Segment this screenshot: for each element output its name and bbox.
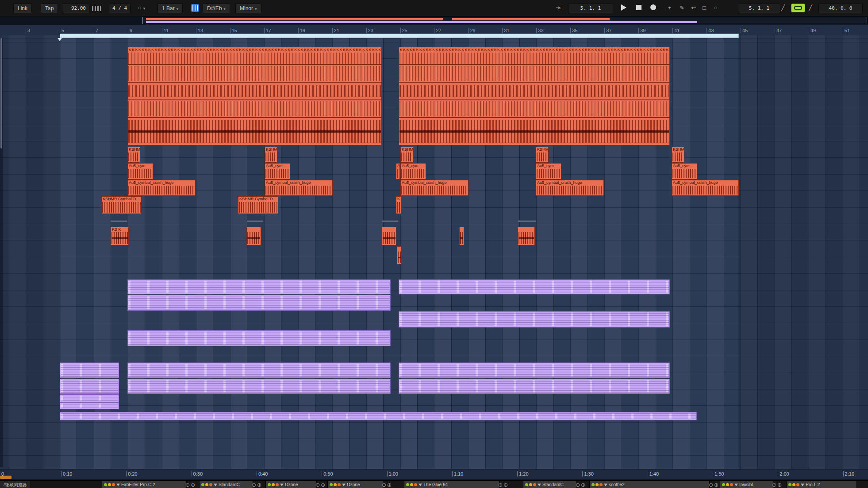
device-map-buttons[interactable]: ⊙⊕ [185, 481, 196, 488]
device-led[interactable] [533, 483, 536, 486]
metronome-button[interactable]: ○▾ [138, 4, 145, 12]
capture-midi-button[interactable]: □ [703, 4, 706, 12]
clip[interactable]: KSHMR Cymbal Tr [101, 196, 142, 214]
device-map-buttons[interactable]: ⊙⊕ [498, 481, 509, 488]
loop-brace[interactable] [60, 34, 739, 38]
tempo-field[interactable]: 92.00 [62, 4, 89, 13]
device-map-buttons[interactable]: ⊙⊕ [772, 481, 783, 488]
clip[interactable] [127, 65, 382, 82]
device-activator-led[interactable] [330, 483, 333, 486]
clip[interactable]: Au5_cym [127, 163, 153, 179]
device-map-buttons[interactable]: ⊙⊕ [315, 481, 326, 488]
clip[interactable]: A [396, 163, 400, 179]
clip[interactable] [399, 82, 670, 100]
device-activator-led[interactable] [722, 483, 725, 486]
clip[interactable] [399, 65, 670, 82]
nudge-buttons[interactable] [92, 4, 103, 12]
device-fold-icon[interactable] [214, 484, 217, 486]
clip[interactable] [399, 279, 670, 294]
device-led[interactable] [796, 483, 799, 486]
device-led[interactable] [410, 483, 413, 486]
device-activator-led[interactable] [268, 483, 271, 486]
clip[interactable] [127, 362, 391, 378]
play-button[interactable] [621, 3, 626, 12]
clip[interactable]: KSHMR Cymbal Tr [238, 196, 278, 214]
clip[interactable] [127, 82, 382, 100]
device-title-bar[interactable]: FabFilter Pro-C 2 [102, 481, 187, 488]
clip[interactable] [246, 227, 261, 245]
device-fold-icon[interactable] [116, 484, 120, 486]
device-title-bar[interactable]: Ozone [327, 481, 383, 488]
clip[interactable] [399, 362, 670, 378]
record-button[interactable] [650, 3, 656, 12]
clip[interactable] [518, 227, 535, 245]
quantize-menu[interactable]: 1 Bar▾ [157, 4, 183, 13]
clip[interactable]: Au5_cymbal_crash_huge [672, 180, 739, 196]
punch-in-button[interactable]: ╱ [781, 4, 785, 12]
clip[interactable] [127, 118, 382, 145]
clip[interactable]: Au5_cym [265, 163, 290, 179]
clip[interactable]: KKKKKKKKKKKKKKKKKKKKKKKKKKKKKKKKKKKKKKKK… [127, 47, 382, 65]
device-activator-led[interactable] [201, 483, 204, 486]
clip[interactable] [518, 220, 536, 222]
device-map-buttons[interactable]: ⊙⊕ [382, 481, 392, 488]
clip[interactable]: Au5_cymbal_crash_huge [536, 180, 604, 196]
clip[interactable] [397, 246, 402, 264]
overdub-button[interactable]: + [668, 4, 672, 12]
scale-root-menu[interactable]: D#/Eb▾ [203, 4, 230, 13]
clip[interactable]: Au5_cymbal_crash_huge [127, 180, 196, 196]
insert-marker[interactable] [58, 38, 62, 41]
device-led[interactable] [599, 483, 603, 486]
time-ruler[interactable]: 0 0:100:200:300:400:501:001:101:201:301:… [0, 469, 868, 479]
clip[interactable]: Au5_cym [536, 163, 561, 179]
device-fold-icon[interactable] [342, 484, 346, 486]
device-led[interactable] [108, 483, 111, 486]
device-activator-led[interactable] [788, 483, 791, 486]
device-led[interactable] [209, 483, 212, 486]
punch-out-button[interactable]: ╱ [809, 4, 812, 12]
clip[interactable] [127, 330, 391, 346]
clip[interactable] [399, 100, 670, 118]
scale-mode-button[interactable] [191, 4, 199, 13]
automation-arm-button[interactable]: ✎ [680, 4, 684, 12]
device-led[interactable] [276, 483, 279, 486]
device-fold-icon[interactable] [419, 484, 422, 486]
device-title-bar[interactable]: StandardC [523, 481, 577, 488]
clip[interactable]: K [396, 196, 402, 214]
clip[interactable]: KSHM [400, 147, 413, 163]
clip[interactable] [459, 227, 464, 245]
device-led[interactable] [529, 483, 532, 486]
clip[interactable] [60, 402, 119, 409]
device-title-bar[interactable]: Invisibl [720, 481, 773, 488]
device-map-buttons[interactable]: ⊙⊕ [709, 481, 719, 488]
device-led[interactable] [272, 483, 275, 486]
device-activator-led[interactable] [104, 483, 107, 486]
device-led[interactable] [730, 483, 733, 486]
clip[interactable] [399, 379, 670, 394]
loop-switch[interactable] [791, 4, 805, 12]
clip[interactable] [127, 100, 382, 118]
scale-name-menu[interactable]: Minor▾ [235, 4, 261, 13]
clip[interactable]: Au5_cymbal_crash_huge [265, 180, 333, 196]
device-title-bar[interactable]: soothe2 [589, 481, 710, 488]
follow-button[interactable]: ⇥ [556, 4, 561, 12]
device-fold-icon[interactable] [801, 484, 804, 486]
clip[interactable]: KS K [111, 227, 129, 245]
vertical-scrollbar-thumb[interactable] [0, 38, 2, 149]
device-title-bar[interactable]: Ozone [265, 481, 317, 488]
device-led[interactable] [595, 483, 599, 486]
clip[interactable] [60, 394, 119, 402]
vertical-scrollbar[interactable] [0, 38, 3, 467]
clip[interactable] [60, 412, 697, 420]
clip[interactable] [60, 379, 119, 394]
clip[interactable] [127, 295, 391, 311]
stop-button[interactable] [636, 3, 641, 12]
clip[interactable] [382, 227, 396, 245]
device-title-bar[interactable]: Pro-L 2 [786, 481, 857, 488]
device-led[interactable] [334, 483, 337, 486]
clip[interactable] [399, 118, 670, 145]
clip[interactable] [382, 220, 399, 222]
arrangement-overview[interactable] [0, 16, 868, 25]
device-activator-led[interactable] [525, 483, 528, 486]
device-fold-icon[interactable] [734, 484, 738, 486]
